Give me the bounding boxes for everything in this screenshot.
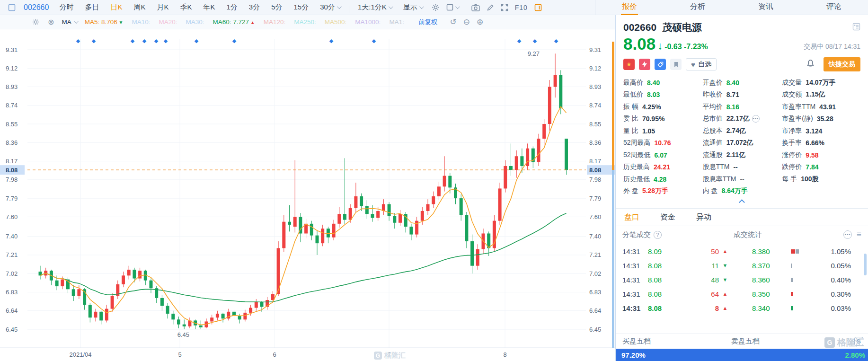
market-status: 交易中 08/17 14:31 [804, 43, 860, 51]
stat-跌停价: 跌停价7.84 [782, 161, 861, 174]
stat-成交量: 成交量14.07万手 [782, 77, 861, 89]
stat-市盈率TTM: 市盈率TTM43.91 [782, 101, 861, 113]
more-options-icon[interactable]: ••• [843, 230, 852, 239]
svg-text:8.36: 8.36 [589, 139, 601, 146]
zoom-out-icon[interactable]: ⊖ [463, 17, 470, 27]
svg-text:6.45: 6.45 [177, 331, 189, 338]
side-panel-toggle-icon[interactable] [531, 4, 545, 11]
period-tab-多日[interactable]: 多日 [79, 3, 105, 12]
help-icon[interactable]: ? [654, 231, 662, 239]
ma-indicator-value[interactable]: MA120: [264, 18, 286, 26]
period-tab-1分[interactable]: 1分 [221, 3, 243, 12]
tick-row: 14:318.088▲ [622, 301, 741, 315]
period-tab-月K[interactable]: 月K [151, 3, 174, 12]
svg-text:7.60: 7.60 [589, 213, 601, 220]
price-change: -0.63 -7.23% [664, 43, 708, 51]
fullscreen-expand-icon[interactable] [497, 4, 512, 11]
more-info-icon[interactable]: ••• [752, 115, 760, 123]
volume-stats-table[interactable]: 8.3801.05%8.3700.05%8.3600.40%8.3500.30%… [752, 244, 863, 334]
kline-mode-select[interactable]: 1天:1分K [352, 3, 398, 12]
stat-市净率: 市净率3.124 [782, 125, 861, 137]
period-tab-3分[interactable]: 3分 [243, 3, 266, 12]
svg-text:◆: ◆ [372, 38, 376, 44]
ma-selector[interactable]: MA [62, 18, 77, 26]
period-tab-日K[interactable]: 日K [105, 3, 128, 12]
stat-52周最高: 52周最高10.76 [623, 137, 703, 150]
svg-text:◆: ◆ [554, 38, 558, 44]
period-tab-季K[interactable]: 季K [174, 3, 197, 12]
period-tab-周K[interactable]: 周K [128, 3, 151, 12]
draw-pencil-icon[interactable] [483, 4, 497, 11]
tick-header-label: 分笔成交 [622, 230, 651, 239]
panel-tab-资讯[interactable]: 资讯 [757, 0, 774, 15]
volume-stat-row: 8.3600.40% [752, 273, 863, 287]
quote-panel-tabs: 报价分析资讯评论 [595, 0, 868, 15]
ma-indicator-value[interactable]: MA60: 7.727 ▲ [213, 18, 255, 26]
period-tab-分时[interactable]: 分时 [53, 3, 79, 12]
buy-depth-label[interactable]: 买盘五档 [622, 337, 651, 346]
alert-bell-icon[interactable] [806, 59, 815, 70]
collapse-stats-button[interactable] [616, 199, 868, 208]
stat-最高价: 最高价8.40 [623, 77, 703, 89]
stat-股息率TTM: 股息率TTM-- [703, 173, 782, 185]
scrollbar-thumb[interactable] [864, 254, 867, 275]
period-tab-15分[interactable]: 15分 [288, 3, 315, 12]
period-tab-30分[interactable]: 30分 [314, 3, 346, 12]
stock-code: 002660 [623, 22, 656, 33]
f10-button[interactable]: F10 [512, 4, 531, 11]
zoom-in-icon[interactable]: ⊕ [477, 17, 483, 27]
candlestick-chart[interactable]: 9.319.319.129.128.938.938.748.748.558.55… [0, 29, 615, 361]
undo-icon[interactable]: ↺ [450, 17, 456, 27]
detail-tab-异动[interactable]: 异动 [696, 212, 711, 222]
panel-tab-分析[interactable]: 分析 [689, 0, 706, 15]
svg-text:◆: ◆ [92, 38, 96, 44]
period-tab-5分[interactable]: 5分 [266, 3, 288, 12]
chart-zoom-controls: ↺⊖⊕ [450, 17, 483, 27]
ma-indicator-value[interactable]: MA30: [186, 18, 204, 26]
last-price: 8.08 [623, 35, 655, 53]
layout-select[interactable] [443, 4, 462, 11]
ma-indicator-value[interactable]: MA10: [132, 18, 150, 26]
ma-indicator-value[interactable]: MA1000: [355, 18, 381, 26]
svg-text:6.45: 6.45 [6, 326, 18, 333]
quick-trade-button[interactable]: 快捷交易 [824, 57, 860, 71]
svg-text:8.08: 8.08 [6, 167, 18, 174]
screenshot-camera-icon[interactable] [468, 4, 483, 11]
tick-trades-table[interactable]: 14:318.0950▲14:318.0811▼14:318.0848▼14:3… [622, 244, 741, 334]
svg-text:◆: ◆ [142, 38, 147, 44]
add-watchlist-button[interactable]: ♥ 自选 [686, 58, 717, 70]
quote-panel: 002660 茂硕电源 8.08 ↓ -0.63 -7.23% 交易中 08/1… [615, 15, 868, 361]
settings-gear-icon[interactable] [428, 3, 443, 11]
period-tab-年K[interactable]: 年K [197, 3, 221, 12]
detail-tab-盘口[interactable]: 盘口 [624, 212, 639, 222]
ma-indicator-value[interactable]: MA500: [325, 18, 347, 26]
indicator-close-icon[interactable]: ⊗ [48, 18, 54, 26]
window-icon[interactable] [5, 4, 19, 11]
stat-最低价: 最低价8.03 [623, 89, 703, 101]
volume-stats-label: 成交统计 [734, 230, 762, 239]
list-view-icon[interactable]: ≡ [857, 230, 861, 239]
sell-depth-label[interactable]: 卖盘五档 [731, 337, 760, 346]
panel-tab-评论[interactable]: 评论 [825, 0, 842, 15]
symbol-code[interactable]: 002660 [24, 3, 49, 12]
adjust-mode-link[interactable]: 前复权 [418, 18, 438, 26]
panel-doc-icon[interactable] [852, 23, 860, 33]
svg-text:8.93: 8.93 [589, 83, 601, 90]
detail-tab-资金[interactable]: 资金 [660, 212, 675, 222]
svg-text:9.27: 9.27 [528, 50, 540, 57]
panel-tab-报价[interactable]: 报价 [621, 0, 638, 15]
ma-indicator-value[interactable]: MA1: [389, 18, 404, 26]
divider [349, 6, 349, 13]
ma-indicator-value[interactable]: MA250: [294, 18, 316, 26]
ma-indicator-value[interactable]: MA5: 8.706 ▼ [85, 18, 124, 26]
svg-text:7.40: 7.40 [589, 233, 601, 240]
display-select[interactable]: 显示 [398, 3, 428, 12]
chart-zone: ⊗ MA MA5: 8.706 ▼MA10:MA20:MA30:MA60: 7.… [0, 15, 615, 361]
indicator-gear-icon[interactable] [31, 18, 40, 26]
svg-text:7.79: 7.79 [6, 195, 18, 202]
tick-row: 14:318.0950▲ [622, 244, 741, 258]
ma-indicator-value[interactable]: MA20: [159, 18, 177, 26]
svg-text:8.55: 8.55 [6, 121, 18, 128]
svg-text:◆: ◆ [195, 38, 199, 44]
svg-text:◆: ◆ [154, 38, 159, 44]
